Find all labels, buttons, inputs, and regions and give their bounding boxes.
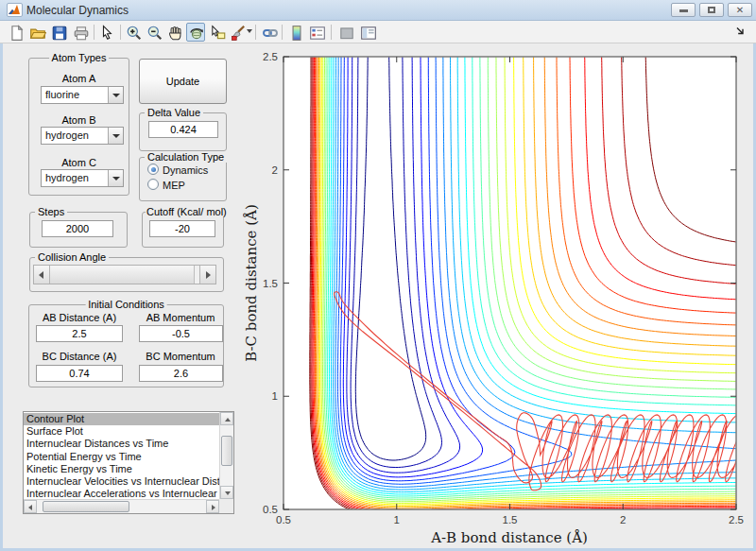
list-item[interactable]: Surface Plot [24, 425, 219, 438]
cutoff-field[interactable] [149, 220, 215, 237]
zoom-out-icon [146, 25, 163, 42]
update-button[interactable]: Update [139, 59, 227, 104]
bc-distance-label: BC Distance (A) [34, 351, 125, 362]
data-cursor-icon [210, 25, 227, 42]
y-tick-label: 0.5 [263, 504, 278, 515]
rotate-3d-button[interactable] [186, 23, 205, 42]
legend-icon [309, 25, 326, 42]
scroll-up-icon[interactable] [220, 412, 233, 425]
plot-type-listbox: Contour Plot Surface Plot Internuclear D… [23, 411, 234, 514]
atom-a-dropdown[interactable]: fluorine [41, 86, 124, 104]
atom-b-dropdown[interactable]: hydrogen [41, 127, 124, 145]
minimize-button[interactable] [671, 3, 696, 17]
new-figure-button[interactable] [7, 23, 26, 42]
mep-radio[interactable] [147, 179, 159, 190]
matlab-icon [7, 3, 23, 17]
atom-b-label: Atom B [28, 114, 129, 126]
atom-c-value: hydrogen [45, 172, 89, 183]
plot-type-list: Contour Plot Surface Plot Internuclear D… [24, 413, 219, 499]
dynamics-radio[interactable] [147, 164, 159, 175]
list-item[interactable]: Internuclear Velocities vs Internuclear … [24, 475, 219, 488]
toolbar-separator [331, 25, 332, 40]
brush-dropdown-caret[interactable] [247, 29, 252, 33]
chevron-down-icon[interactable] [108, 87, 123, 103]
contour-plot: 0.511.522.50.511.522.5 A-B bond distance… [243, 44, 753, 548]
open-file-button[interactable] [27, 23, 46, 42]
toolbar-separator [282, 25, 283, 40]
list-item[interactable]: Potential Energy vs Time [24, 451, 219, 463]
pan-icon [167, 25, 184, 42]
slider-left-arrow-icon[interactable] [34, 266, 50, 284]
colorbar-icon [288, 25, 305, 42]
y-tick-label: 2.5 [263, 51, 278, 62]
list-item[interactable]: Internuclear Accelerations vs Internucle… [24, 488, 219, 499]
app-window: Molecular Dynamics ✕ [0, 0, 756, 551]
maximize-button[interactable] [699, 3, 724, 17]
chevron-down-icon[interactable] [108, 128, 123, 144]
vertical-scroll-thumb[interactable] [221, 436, 232, 466]
show-plot-tools-button[interactable] [358, 23, 377, 42]
insert-legend-button[interactable] [307, 23, 326, 42]
list-item[interactable]: Kinetic Energy vs Time [24, 463, 219, 475]
bc-momentum-field[interactable] [139, 365, 223, 382]
slider-thumb[interactable] [50, 266, 195, 284]
data-cursor-button[interactable] [208, 23, 227, 42]
link-plots-button[interactable] [260, 23, 279, 42]
ab-distance-field[interactable] [36, 325, 123, 342]
dock-figure-icon[interactable] [735, 26, 747, 38]
save-figure-button[interactable] [49, 23, 68, 42]
horizontal-scroll-thumb[interactable] [43, 501, 129, 512]
toolbar-separator [255, 25, 256, 40]
initial-conditions-title: Initial Conditions [85, 299, 167, 310]
calculation-type-title: Calculation Type [145, 151, 227, 163]
x-tick-label: 1 [394, 514, 400, 525]
delta-value-title: Delta Value [145, 107, 203, 118]
y-tick-label: 2 [272, 164, 278, 176]
list-item[interactable]: Contour Plot [24, 413, 219, 425]
link-plots-icon [262, 25, 279, 42]
window-border-left [0, 0, 3, 551]
show-plot-tools-icon [360, 25, 377, 42]
atom-b-value: hydrogen [45, 129, 89, 141]
steps-field[interactable] [42, 220, 113, 237]
delta-value-field[interactable] [148, 121, 218, 138]
x-tick-label: 1.5 [503, 514, 518, 525]
hide-plot-tools-button[interactable] [336, 23, 355, 42]
pan-button[interactable] [165, 23, 184, 42]
vertical-scrollbar[interactable] [219, 412, 233, 499]
scroll-down-icon[interactable] [220, 486, 233, 499]
zoom-in-button[interactable] [124, 23, 143, 42]
mep-radio-label: MEP [163, 180, 185, 191]
collision-angle-slider[interactable] [33, 265, 216, 284]
ab-momentum-field[interactable] [139, 325, 223, 342]
scroll-left-icon[interactable] [24, 500, 37, 513]
brush-button[interactable] [228, 23, 247, 42]
y-tick-label: 1 [272, 390, 278, 402]
ab-distance-label: AB Distance (A) [34, 312, 125, 323]
slider-right-arrow-icon[interactable] [199, 266, 215, 284]
atom-c-dropdown[interactable]: hydrogen [41, 169, 124, 187]
plot-background [284, 57, 736, 509]
print-icon [73, 25, 90, 42]
maximize-icon [708, 7, 715, 13]
y-tick-label: 1.5 [263, 278, 278, 289]
bc-distance-field[interactable] [36, 365, 123, 382]
toolbar-separator [120, 25, 121, 40]
print-figure-button[interactable] [71, 23, 90, 42]
zoom-out-button[interactable] [145, 23, 163, 42]
cutoff-title: Cutoff (Kcal/ mol) [146, 206, 228, 217]
horizontal-scrollbar[interactable] [24, 499, 219, 513]
chevron-down-icon[interactable] [108, 170, 123, 186]
ab-momentum-label: AB Momentum [137, 312, 224, 323]
titlebar[interactable]: Molecular Dynamics ✕ [0, 0, 756, 21]
close-button[interactable]: ✕ [728, 3, 752, 17]
zoom-in-icon [126, 25, 143, 42]
x-tick-label: 0.5 [276, 514, 291, 525]
brush-icon [230, 25, 247, 42]
list-item[interactable]: Internuclear Distances vs Time [24, 438, 219, 450]
x-tick-label: 2 [620, 514, 626, 525]
edit-plot-button[interactable] [97, 23, 116, 42]
insert-colorbar-button[interactable] [286, 23, 305, 42]
atom-c-label: Atom C [28, 157, 129, 168]
scroll-right-icon[interactable] [206, 500, 219, 513]
